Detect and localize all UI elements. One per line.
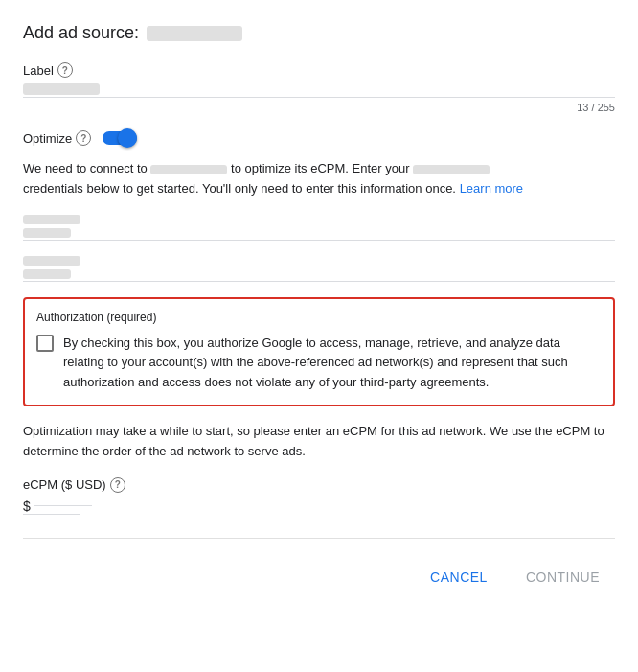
auth-description: By checking this box, you authorize Goog… (63, 334, 602, 393)
cancel-button[interactable]: CANCEL (415, 562, 503, 592)
field1-label-placeholder (23, 215, 80, 224)
toggle-thumb (118, 128, 137, 148)
field2-input-placeholder (23, 269, 71, 279)
ecpm-label-row: eCPM ($ USD) ? (23, 477, 615, 493)
description-text: We need to connect to to optimize its eC… (23, 159, 615, 199)
optimize-text: Optimize (23, 131, 72, 146)
desc-after: credentials below to get started. You'll… (23, 181, 456, 196)
dialog-title: Add ad source: (23, 23, 139, 43)
field1-input-placeholder (23, 228, 71, 238)
authorization-box: Authorization (required) By checking thi… (23, 297, 615, 406)
label-input-underline (23, 97, 615, 98)
footer-divider (23, 538, 615, 539)
optimization-note: Optimization may take a while to start, … (23, 422, 615, 462)
field2-underline (23, 281, 615, 282)
learn-more-link[interactable]: Learn more (460, 181, 523, 196)
char-count: 13 / 255 (23, 102, 615, 113)
optimize-label: Optimize ? (23, 130, 91, 146)
label-section-header: Label ? (23, 62, 615, 78)
optimize-row: Optimize ? (23, 128, 615, 148)
ecpm-label-text: eCPM ($ USD) (23, 477, 106, 492)
auth-checkbox-row: By checking this box, you authorize Goog… (36, 334, 602, 393)
field1-underline (23, 240, 615, 241)
label-input-value (23, 83, 100, 95)
authorization-checkbox[interactable] (36, 335, 54, 352)
auth-title: Authorization (required) (36, 311, 602, 324)
desc-placeholder1 (150, 165, 227, 174)
ecpm-input[interactable] (34, 505, 92, 506)
optimize-toggle[interactable] (103, 128, 137, 148)
label-text: Label (23, 63, 54, 78)
dialog-title-row: Add ad source: (23, 23, 615, 43)
continue-button[interactable]: CONTINUE (511, 562, 615, 592)
title-ad-source-placeholder (147, 26, 242, 41)
add-ad-source-dialog: Add ad source: Label ? 13 / 255 Optimize… (0, 0, 638, 608)
dialog-footer: CANCEL CONTINUE (23, 554, 615, 592)
ecpm-underline (23, 514, 80, 515)
desc-before: We need to connect to (23, 161, 148, 175)
label-help-icon[interactable]: ? (57, 62, 73, 78)
desc-placeholder2 (413, 165, 490, 174)
field-block-1 (23, 215, 615, 244)
desc-middle: to optimize its eCPM. Enter your (231, 161, 409, 175)
field2-label-placeholder (23, 256, 80, 266)
ecpm-input-row: $ (23, 498, 615, 514)
ecpm-help-icon[interactable]: ? (110, 477, 125, 493)
ecpm-section: eCPM ($ USD) ? $ (23, 477, 615, 515)
ecpm-dollar-symbol: $ (23, 498, 31, 514)
optimize-help-icon[interactable]: ? (76, 130, 91, 146)
field-block-2 (23, 256, 615, 286)
